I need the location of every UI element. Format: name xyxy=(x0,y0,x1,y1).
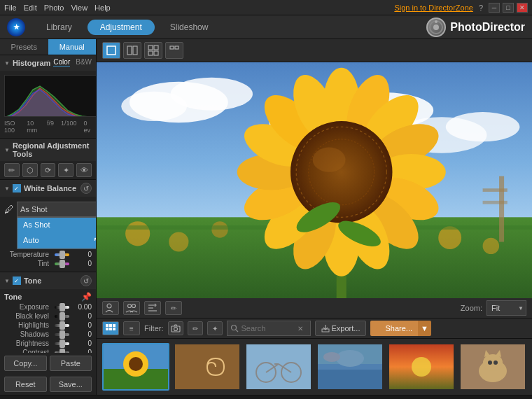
group-view-button[interactable] xyxy=(123,301,140,315)
menu-help[interactable]: Help xyxy=(94,4,111,12)
reg-tool-shape[interactable]: ⬡ xyxy=(22,163,38,177)
thumb-spiral[interactable] xyxy=(174,343,241,391)
tone-pin-icon[interactable]: 📌 xyxy=(81,292,92,302)
histogram-canvas xyxy=(4,75,96,117)
thumb-sunset[interactable] xyxy=(388,343,455,391)
color-tabs: Color B&W xyxy=(53,58,92,66)
filmstrip xyxy=(97,339,532,395)
filter-edit-icon[interactable]: ✏ xyxy=(188,321,203,335)
save-button[interactable]: Save... xyxy=(50,377,92,392)
wb-option-auto-item[interactable]: Auto ↖ xyxy=(18,232,96,248)
meta-shutter: 1/100 xyxy=(61,120,77,134)
svg-rect-7 xyxy=(107,46,115,55)
view-compare-button[interactable] xyxy=(123,42,141,59)
panel-buttons: Copy... Paste xyxy=(0,353,96,374)
color-tab-bw[interactable]: B&W xyxy=(76,58,92,66)
highlights-thumb[interactable] xyxy=(59,321,65,330)
maximize-button[interactable]: □ xyxy=(503,3,514,13)
wb-header[interactable]: ▼ ✓ White Balance ↺ xyxy=(0,180,96,197)
thumb-bicycle[interactable] xyxy=(245,343,312,391)
histogram-meta: ISO 100 10 mm f/9 1/100 0 ev xyxy=(4,118,92,135)
svg-rect-66 xyxy=(113,324,115,327)
blacklevel-track xyxy=(55,315,69,318)
thumb-cat[interactable] xyxy=(459,343,526,391)
shadows-thumb[interactable] xyxy=(59,330,65,339)
tint-thumb[interactable] xyxy=(59,260,65,268)
filter-star-icon[interactable]: ✦ xyxy=(207,321,223,335)
tab-adjustment[interactable]: Adjustment xyxy=(88,20,155,35)
search-input[interactable] xyxy=(241,324,298,332)
blacklevel-label: Black level xyxy=(4,312,52,320)
tab-presets[interactable]: Presets xyxy=(0,39,48,55)
sign-in-link[interactable]: Sign in to DirectorZone xyxy=(394,4,473,12)
tab-manual[interactable]: Manual xyxy=(48,39,97,55)
tab-library[interactable]: Library xyxy=(34,20,85,35)
thumb-sunflower[interactable] xyxy=(102,343,169,391)
edit-button[interactable]: ✏ xyxy=(165,301,182,315)
share-label: Share... xyxy=(385,324,412,332)
tone-subtitle: Tone xyxy=(4,293,22,301)
histogram-header[interactable]: ▼ Histogram Color B&W xyxy=(0,55,96,71)
thumb-cat-svg xyxy=(461,344,525,389)
exposure-thumb[interactable] xyxy=(59,303,65,312)
eyedropper-icon[interactable]: 🖊 xyxy=(4,204,14,215)
temperature-slider-row: Temperature 0 xyxy=(4,251,92,258)
thumb-lake-svg xyxy=(318,344,382,389)
blacklevel-thumb[interactable] xyxy=(59,312,65,321)
svg-rect-15 xyxy=(175,46,178,49)
filter-camera-icon[interactable] xyxy=(168,321,183,335)
view-single-button[interactable] xyxy=(102,42,120,59)
reg-tool-star[interactable]: ✦ xyxy=(58,163,74,177)
meta-iso: ISO 100 xyxy=(4,120,20,134)
color-tab-color[interactable]: Color xyxy=(53,58,70,66)
temperature-thumb[interactable] xyxy=(59,251,65,259)
menu-view[interactable]: View xyxy=(71,4,88,12)
close-button[interactable]: ✕ xyxy=(517,3,528,13)
thumb-lake[interactable] xyxy=(316,343,384,391)
svg-point-79 xyxy=(129,357,143,371)
wb-preset-select[interactable]: As Shot Auto xyxy=(17,202,96,217)
reg-tool-eye[interactable]: 👁 xyxy=(76,163,92,177)
share-button[interactable]: Share... xyxy=(370,321,418,336)
export-label: Export... xyxy=(332,324,360,332)
brightness-thumb[interactable] xyxy=(59,340,65,348)
view-fullscreen-button[interactable] xyxy=(165,42,183,59)
export-button[interactable]: Export... xyxy=(315,321,367,336)
menu-edit[interactable]: Edit xyxy=(24,4,37,12)
filmstrip-grid-button[interactable] xyxy=(102,321,119,335)
reg-tool-brush[interactable]: ✏ xyxy=(4,163,20,177)
blacklevel-slider-row: Black level 0 xyxy=(4,312,92,320)
reg-tool-gradient[interactable]: ⟳ xyxy=(41,163,56,177)
paste-button[interactable]: Paste xyxy=(50,356,92,371)
menu-file[interactable]: File xyxy=(4,4,17,12)
app-menu: File Edit Photo View Help xyxy=(4,4,111,12)
regional-arrow: ▼ xyxy=(4,147,10,153)
minimize-button[interactable]: ─ xyxy=(489,3,500,13)
people-view-button[interactable] xyxy=(102,301,119,315)
menu-photo[interactable]: Photo xyxy=(44,4,64,12)
highlights-label: Highlights xyxy=(4,321,52,329)
tab-slideshow[interactable]: Slideshow xyxy=(158,20,221,35)
regional-header[interactable]: ▼ Regional Adjustment Tools xyxy=(0,139,96,161)
share-dropdown-button[interactable]: ▼ xyxy=(418,321,431,336)
sort-button[interactable] xyxy=(144,301,161,315)
tone-checkbox[interactable]: ✓ xyxy=(13,276,21,285)
search-clear-button[interactable]: ✕ xyxy=(298,325,303,332)
wb-checkbox[interactable]: ✓ xyxy=(13,184,21,192)
shadows-value: 0 xyxy=(72,330,92,338)
tone-header[interactable]: ▼ ✓ Tone ↺ xyxy=(0,272,96,289)
svg-point-90 xyxy=(336,350,364,367)
view-grid-button[interactable] xyxy=(144,42,162,59)
help-icon[interactable]: ? xyxy=(479,4,483,12)
histogram-arrow: ▼ xyxy=(4,60,10,66)
thumb-sunset-svg xyxy=(389,344,454,389)
tone-reset-button[interactable]: ↺ xyxy=(80,275,92,286)
wb-reset-button[interactable]: ↺ xyxy=(80,183,92,194)
reset-button[interactable]: Reset xyxy=(4,377,47,392)
wb-option-asshot-item[interactable]: As Shot xyxy=(18,218,96,232)
zoom-select[interactable]: Fit Fill 25% 50% 100% xyxy=(486,300,526,316)
histogram-section: ▼ Histogram Color B&W xyxy=(0,55,96,139)
copy-button[interactable]: Copy... xyxy=(4,356,47,371)
contrast-thumb[interactable] xyxy=(59,349,65,354)
filmstrip-list-button[interactable]: ≡ xyxy=(123,321,140,335)
